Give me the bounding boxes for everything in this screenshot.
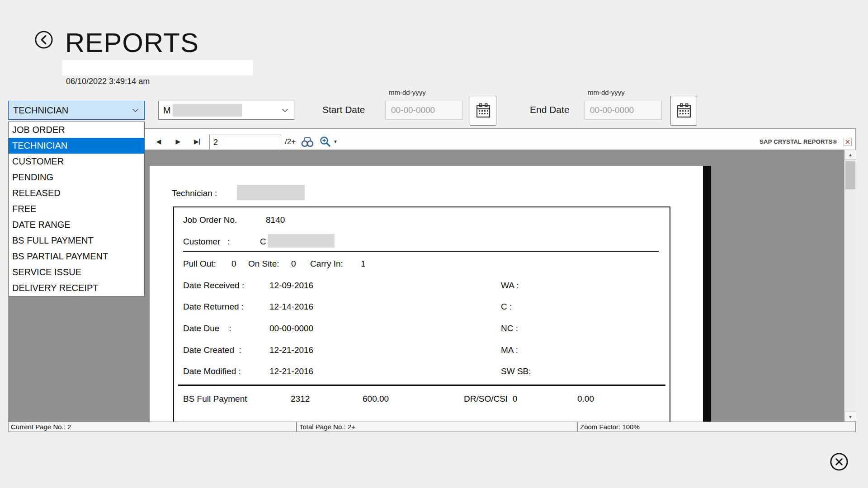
page-number-input[interactable] <box>209 135 281 150</box>
close-icon <box>844 138 852 146</box>
date-row-right-label: MA : <box>501 345 518 355</box>
report-type-option[interactable]: JOB ORDER <box>9 122 144 138</box>
status-zoom-factor: Zoom Factor: 100% <box>577 422 856 432</box>
report-type-option[interactable]: DATE RANGE <box>9 217 144 233</box>
date-row-right-label: C : <box>501 302 512 312</box>
report-type-option[interactable]: SERVICE ISSUE <box>9 264 144 280</box>
report-technician-label: Technician : <box>172 188 217 198</box>
page-title: REPORTS <box>65 27 199 58</box>
redacted-area <box>62 60 253 75</box>
payment-cell: 600.00 <box>363 394 389 404</box>
zoom-button[interactable] <box>319 135 331 148</box>
date-row-label: Date Modified : <box>183 366 241 376</box>
report-detail-box <box>173 206 670 422</box>
status-current-page: Current Page No.: 2 <box>8 422 297 432</box>
status-total-pages: Total Page No.: 2+ <box>297 422 577 432</box>
viewer-close-button[interactable] <box>844 138 852 146</box>
report-type-option[interactable]: DELIVERY RECEIPT <box>9 280 144 296</box>
report-type-dropdown: JOB ORDER TECHNICIAN CUSTOMER PENDING RE… <box>8 122 145 296</box>
redacted-technician-name <box>237 185 305 200</box>
find-button[interactable] <box>301 136 314 148</box>
arrow-left-circle-icon <box>34 30 53 49</box>
customer-underline <box>183 251 659 252</box>
back-button[interactable] <box>34 30 53 49</box>
end-date-calendar-button[interactable] <box>670 96 697 126</box>
date-row-label: Date Due : <box>183 324 231 333</box>
date-row-right-label: SW SB: <box>501 366 531 376</box>
carryin-label: Carry In: <box>310 259 343 269</box>
date-row-label: Date Created : <box>183 345 241 355</box>
customer-value: C <box>260 237 266 247</box>
app-close-button[interactable] <box>830 452 849 471</box>
report-type-value: TECHNICIAN <box>13 105 68 116</box>
start-date-calendar-button[interactable] <box>470 96 496 126</box>
reports-screen: REPORTS 06/10/2022 3:49:14 am TECHNICIAN… <box>0 0 868 488</box>
chevron-down-icon <box>282 108 288 113</box>
report-type-option[interactable]: BS FULL PAYMENT <box>9 233 144 249</box>
report-type-option[interactable]: CUSTOMER <box>9 154 144 169</box>
job-order-value: 8140 <box>266 215 285 225</box>
report-type-option[interactable]: BS PARTIAL PAYMENT <box>9 249 144 264</box>
payment-cell: BS Full Payment <box>183 394 247 404</box>
end-date-label: End Date <box>530 104 570 115</box>
payment-cell: 0.00 <box>577 394 594 404</box>
calendar-icon <box>675 102 693 119</box>
binoculars-icon <box>301 136 314 148</box>
date-row-value: 00-00-0000 <box>269 324 313 333</box>
date-row-value: 12-21-2016 <box>269 366 313 376</box>
date-row-value: 12-14-2016 <box>269 302 313 312</box>
onsite-label: On Site: <box>248 259 279 269</box>
pullout-label: Pull Out: <box>183 259 216 269</box>
zoom-dropdown-caret[interactable]: ▼ <box>333 139 338 144</box>
report-type-combobox[interactable]: TECHNICIAN <box>8 101 145 120</box>
job-order-label: Job Order No. <box>183 215 237 225</box>
magnifier-zoom-icon <box>319 136 331 148</box>
last-page-button[interactable]: ▶ <box>192 136 203 147</box>
payment-cell: DR/SO/CSI 0 <box>464 394 517 404</box>
next-page-button[interactable]: ▶ <box>173 136 184 147</box>
payment-cell: 2312 <box>291 394 310 404</box>
end-date-input[interactable] <box>584 101 662 120</box>
date-row-label: Date Received : <box>183 281 244 291</box>
redacted-value <box>173 104 242 117</box>
start-date-format-hint: mm-dd-yyyy <box>389 89 426 96</box>
date-row-right-label: WA : <box>501 281 519 291</box>
page-total-label: /2+ <box>285 137 296 146</box>
calendar-icon <box>475 102 492 119</box>
scroll-down-arrow-icon[interactable]: ▼ <box>844 412 856 422</box>
date-row-value: 12-21-2016 <box>269 345 313 355</box>
scrollbar-thumb[interactable] <box>845 161 855 189</box>
start-date-label: Start Date <box>322 104 365 115</box>
report-type-option[interactable]: PENDING <box>9 169 144 185</box>
report-type-option[interactable]: FREE <box>9 201 144 217</box>
customer-label: Customer : <box>183 237 230 247</box>
report-timestamp: 06/10/2022 3:49:14 am <box>66 77 150 86</box>
technician-combobox[interactable]: M <box>158 101 294 120</box>
onsite-value: 0 <box>291 259 296 269</box>
start-date-input[interactable] <box>385 101 463 120</box>
report-type-option-selected[interactable]: TECHNICIAN <box>9 138 144 154</box>
technician-combo-value: M <box>163 105 171 116</box>
crystal-brand-label: SAP CRYSTAL REPORTS® <box>760 138 837 145</box>
page-edge-strip <box>703 166 711 422</box>
date-row-value: 12-09-2016 <box>269 281 313 291</box>
carryin-value: 1 <box>361 259 366 269</box>
pullout-value: 0 <box>231 259 236 269</box>
last-page-bar-icon <box>199 139 200 145</box>
report-type-option[interactable]: RELEASED <box>9 185 144 201</box>
vertical-scrollbar[interactable]: ▲ ▼ <box>844 150 856 422</box>
date-row-right-label: NC : <box>501 324 518 333</box>
previous-page-button[interactable]: ◀ <box>153 136 164 147</box>
date-row-label: Date Returned : <box>183 302 244 312</box>
chevron-down-icon <box>132 108 139 113</box>
scroll-up-arrow-icon[interactable]: ▲ <box>844 150 856 160</box>
circle-x-icon <box>830 452 849 471</box>
section-divider <box>178 385 665 386</box>
redacted-customer-name <box>268 234 335 248</box>
end-date-format-hint: mm-dd-yyyy <box>588 89 625 96</box>
